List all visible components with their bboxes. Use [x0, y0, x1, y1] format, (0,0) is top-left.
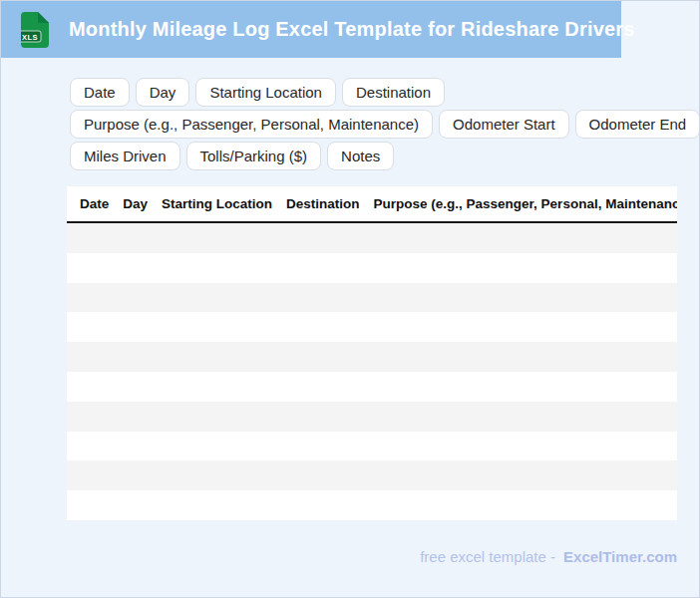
chip-destination[interactable]: Destination: [342, 78, 445, 107]
col-header-date: Date: [80, 196, 109, 211]
chip-notes[interactable]: Notes: [327, 142, 394, 170]
column-chips: Date Day Starting Location Destination P…: [70, 78, 693, 173]
table-row: [67, 402, 677, 432]
xls-file-icon: XLS: [21, 12, 49, 48]
table-body: [67, 223, 677, 520]
svg-text:XLS: XLS: [22, 32, 38, 41]
footer-brand-link[interactable]: ExcelTimer.com: [563, 548, 677, 565]
chip-odometer-end[interactable]: Odometer End: [575, 110, 700, 139]
table-row: [67, 432, 677, 461]
table-row: [67, 490, 677, 520]
chip-day[interactable]: Day: [136, 78, 190, 107]
table-row: [67, 460, 677, 490]
page: XLS Monthly Mileage Log Excel Template f…: [0, 0, 700, 598]
col-header-destination: Destination: [286, 196, 360, 211]
table-row: [67, 342, 677, 372]
table-row: [67, 372, 677, 402]
col-header-purpose: Purpose (e.g., Passenger, Personal, Main…: [374, 196, 677, 211]
page-title: Monthly Mileage Log Excel Template for R…: [69, 18, 635, 41]
chip-row-1: Date Day Starting Location Destination: [70, 78, 693, 107]
chip-tolls-parking[interactable]: Tolls/Parking ($): [186, 142, 322, 170]
footer-text: free excel template -: [420, 548, 555, 565]
table-row: [67, 283, 677, 313]
chip-miles-driven[interactable]: Miles Driven: [70, 142, 180, 170]
mileage-table-preview: Date Day Starting Location Destination P…: [67, 186, 677, 520]
col-header-day: Day: [123, 196, 148, 211]
chip-date[interactable]: Date: [70, 78, 130, 107]
table-row: [67, 253, 677, 283]
table-header-row: Date Day Starting Location Destination P…: [67, 186, 677, 223]
header-bar: XLS Monthly Mileage Log Excel Template f…: [1, 1, 621, 58]
table-row: [67, 223, 677, 253]
footer: free excel template -ExcelTimer.com: [420, 548, 677, 565]
chip-purpose[interactable]: Purpose (e.g., Passenger, Personal, Main…: [70, 110, 433, 139]
chip-row-2: Purpose (e.g., Passenger, Personal, Main…: [70, 110, 693, 139]
chip-odometer-start[interactable]: Odometer Start: [439, 110, 569, 139]
chip-row-3: Miles Driven Tolls/Parking ($) Notes: [70, 142, 693, 170]
table-row: [67, 312, 677, 342]
col-header-starting-location: Starting Location: [162, 196, 272, 211]
chip-starting-location[interactable]: Starting Location: [195, 78, 336, 107]
